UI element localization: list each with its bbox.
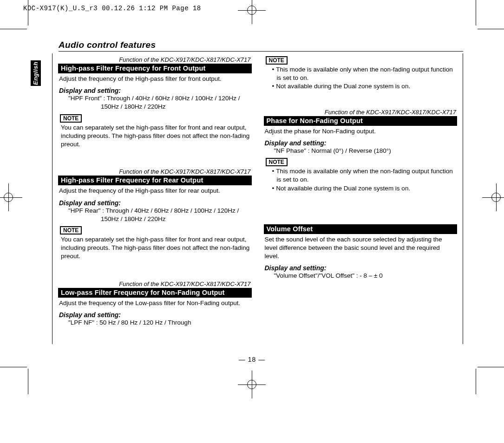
heading-bar: Volume Offset — [264, 224, 458, 234]
setting-line-1: "HPF Rear" : Through / 40Hz / 60Hz / 80H… — [68, 207, 239, 214]
right-column: NOTE This mode is available only when th… — [264, 56, 458, 344]
display-setting-value: "HPF Rear" : Through / 40Hz / 60Hz / 80H… — [68, 207, 252, 223]
description-text: Adjust the frequency of the High-pass fi… — [59, 75, 251, 83]
display-setting-value: "Volume Offset"/"VOL Offset" : - 8 – ± 0 — [274, 272, 458, 280]
note-box: NOTE — [60, 114, 82, 123]
crop-mark-icon — [0, 29, 27, 29]
registration-mark-icon — [238, 0, 266, 24]
heading-bar: High-pass Filter Frequency for Rear Outp… — [58, 176, 252, 185]
registration-mark-icon — [482, 183, 504, 211]
heading-bar: Phase for Non-Fading Output — [264, 116, 458, 126]
function-of-line: Function of the KDC-X917/KDC-X817/KDC-X7… — [58, 56, 252, 63]
note-text: You can separately set the high-pass fil… — [61, 235, 250, 261]
note-box: NOTE — [266, 158, 288, 166]
two-column-body: Function of the KDC-X917/KDC-X817/KDC-X7… — [52, 53, 463, 344]
display-setting-value: "HPF Front" : Through / 40Hz / 60Hz / 80… — [68, 94, 252, 111]
note-bullet: Not available during the Dual zone syste… — [272, 82, 456, 91]
print-slug: KDC-X917(K)_U.S_r3 00.12.26 1:12 PM Page… — [23, 5, 201, 12]
description-text: Set the sound level of the each source s… — [265, 235, 457, 261]
left-column: Function of the KDC-X917/KDC-X817/KDC-X7… — [58, 56, 252, 344]
setting-line-2: 150Hz / 180Hz / 220Hz — [68, 215, 252, 223]
display-setting-value: "LPF NF" : 50 Hz / 80 Hz / 120 Hz / Thro… — [68, 319, 252, 327]
language-tab: English — [31, 60, 41, 86]
function-of-line: Function of the KDC-X917/KDC-X817/KDC-X7… — [264, 109, 458, 116]
display-setting-label: Display and setting: — [265, 139, 458, 147]
function-of-line: Function of the KDC-X917/KDC-X817/KDC-X7… — [58, 280, 252, 287]
description-text: Adjust the frequency of the Low-pass fil… — [59, 299, 251, 307]
display-setting-label: Display and setting: — [59, 87, 252, 94]
description-text: Adjust the frequency of the High-pass fi… — [59, 187, 251, 195]
display-setting-label: Display and setting: — [59, 311, 252, 319]
crop-mark-icon — [478, 367, 504, 367]
note-text: You can separately set the high-pass fil… — [61, 124, 250, 149]
setting-line-1: "HPF Front" : Through / 40Hz / 60Hz / 80… — [68, 95, 240, 102]
crop-mark-icon — [28, 0, 28, 26]
display-setting-value: "NF Phase" : Normal (0°) / Reverse (180°… — [274, 147, 458, 155]
registration-mark-icon — [0, 183, 22, 211]
display-setting-label: Display and setting: — [265, 264, 458, 272]
display-setting-label: Display and setting: — [59, 199, 252, 207]
note-bullet: Not available during the Dual zone syste… — [272, 184, 456, 193]
crop-mark-icon — [478, 29, 504, 29]
note-bullet-list: This mode is available only when the non… — [267, 65, 456, 91]
crop-mark-icon — [28, 369, 28, 394]
page-content: Audio control features Function of the K… — [52, 40, 463, 344]
description-text: Adjust the phase for Non-Fading output. — [265, 127, 457, 136]
crop-mark-icon — [476, 369, 476, 394]
note-box: NOTE — [266, 56, 288, 65]
function-of-line: Function of the KDC-X917/KDC-X817/KDC-X7… — [58, 168, 252, 175]
heading-bar: High-pass Filter Frequency for Front Out… — [58, 64, 252, 73]
section-title: Audio control features — [59, 40, 463, 52]
note-bullet: This mode is available only when the non… — [272, 167, 456, 184]
heading-bar: Low-pass Filter Frequency for Non-Fading… — [58, 288, 252, 298]
setting-line-2: 150Hz / 180Hz / 220Hz — [68, 103, 252, 111]
note-bullet: This mode is available only when the non… — [272, 65, 456, 82]
crop-mark-icon — [476, 0, 476, 26]
crop-mark-icon — [0, 367, 27, 367]
note-bullet-list: This mode is available only when the non… — [267, 167, 456, 193]
registration-mark-icon — [238, 371, 266, 398]
page-number: — 18 — — [0, 356, 504, 363]
note-box: NOTE — [60, 226, 82, 235]
